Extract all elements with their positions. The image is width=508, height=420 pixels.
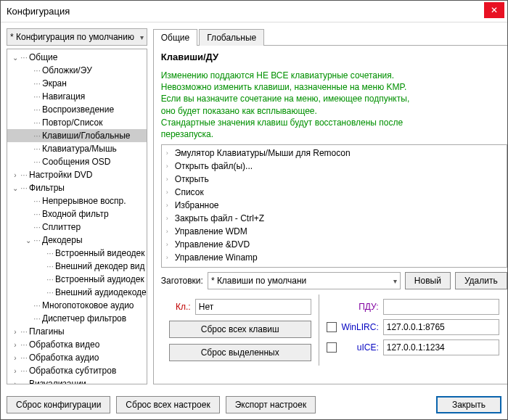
tree-item-label: Встроенный аудиодек	[55, 274, 144, 284]
tree-item[interactable]: ›···Плагины	[7, 325, 147, 338]
tree-item-label: Сплиттер	[42, 222, 81, 232]
tree-expand-icon[interactable]: ›	[10, 171, 20, 179]
pdu-label: ПДУ:	[341, 302, 379, 312]
tree-expand-icon[interactable]: ›	[10, 341, 20, 349]
tree-item-label: Фильтры	[29, 183, 65, 193]
uice-input[interactable]	[383, 339, 499, 355]
list-item-label: Эмулятор Клавиатуры/Мыши для Remocon	[175, 148, 351, 158]
tree-item-label: Внешний аудиодекоде	[55, 287, 147, 297]
config-preset-combo[interactable]: * Конфигурация по умолчанию ▾	[7, 28, 147, 46]
tree-item-label: Навигация	[42, 91, 85, 102]
list-item[interactable]: ›Открыть	[162, 173, 507, 186]
tree-item-label: Обложки/ЭУ	[42, 65, 92, 75]
list-item-label: Закрыть файл - Ctrl+Z	[175, 213, 264, 223]
list-item[interactable]: ›Эмулятор Клавиатуры/Мыши для Remocon	[162, 147, 507, 160]
action-list[interactable]: ›Эмулятор Клавиатуры/Мыши для Remocon›От…	[161, 144, 507, 268]
tree-item-label: Многопотоковое аудио	[42, 300, 134, 310]
tree-item[interactable]: ···Встроенный видеодек	[7, 247, 147, 260]
tree-item[interactable]: ···Сообщения OSD	[7, 155, 147, 168]
tree-item-label: Клавиши/Глобальные	[42, 131, 131, 141]
tree-item[interactable]: ···Воспроизведение	[7, 103, 147, 116]
tree-item-label: Воспроизведение	[42, 104, 114, 115]
close-button[interactable]: Закрыть	[436, 396, 501, 413]
list-item[interactable]: ›Закрыть файл - Ctrl+Z	[162, 212, 507, 225]
tree-item-label: Встроенный видеодек	[55, 248, 145, 258]
nav-tree[interactable]: ⌄···Общие···Обложки/ЭУ···Экран···Навигац…	[7, 49, 147, 384]
tree-collapse-icon[interactable]: ⌄	[10, 54, 20, 62]
tree-item[interactable]: ···Повтор/Список	[7, 116, 147, 129]
list-item[interactable]: ›Управление WDM	[162, 225, 507, 238]
list-item-label: Открыть файл(ы)...	[175, 161, 253, 171]
export-settings-button[interactable]: Экспорт настроек	[226, 396, 316, 413]
reset-selected-button[interactable]: Сброс выделенных	[169, 344, 311, 361]
reset-all-settings-button[interactable]: Сброс всех настроек	[116, 396, 219, 413]
tree-item[interactable]: ···Клавиши/Глобальные	[7, 129, 147, 142]
tree-expand-icon[interactable]: ›	[10, 380, 20, 385]
tab-global[interactable]: Глобальные	[199, 29, 264, 46]
list-item[interactable]: ›Список	[162, 186, 507, 199]
close-icon[interactable]: ✕	[484, 2, 504, 18]
tree-item[interactable]: ···Многопотоковое аудио	[7, 299, 147, 312]
tree-item[interactable]: ···Встроенный аудиодек	[7, 273, 147, 286]
winlirc-checkbox[interactable]	[327, 322, 337, 332]
list-item[interactable]: ›Избранное	[162, 199, 507, 212]
list-item[interactable]: ›Управление Winamp	[162, 251, 507, 264]
list-item-label: Открыть	[175, 174, 209, 184]
tree-item[interactable]: ⌄···Декодеры	[7, 234, 147, 247]
key-label: Кл.:	[169, 302, 191, 312]
tree-item[interactable]: ···Диспетчер фильтров	[7, 312, 147, 325]
tree-expand-icon[interactable]: ›	[10, 367, 20, 375]
tree-expand-icon[interactable]: ›	[10, 354, 20, 362]
tree-item[interactable]: ···Сплиттер	[7, 221, 147, 234]
list-item-label: Избранное	[175, 200, 219, 210]
tree-item[interactable]: ›···Обработка видео	[7, 338, 147, 351]
reset-all-keys-button[interactable]: Сброс всех клавиш	[169, 321, 311, 338]
tree-item[interactable]: ›···Обработка аудио	[7, 351, 147, 364]
tree-item[interactable]: ···Входной фильтр	[7, 207, 147, 221]
list-item[interactable]: ›Управление &DVD	[162, 238, 507, 251]
reset-config-button[interactable]: Сброс конфигурации	[7, 396, 110, 413]
tree-collapse-icon[interactable]: ⌄	[23, 236, 33, 244]
tree-item-label: Декодеры	[42, 235, 83, 245]
tree-item-label: Настройки DVD	[29, 170, 93, 180]
config-preset-value: * Конфигурация по умолчанию	[10, 32, 134, 42]
tree-item[interactable]: ···Непрерывное воспр.	[7, 194, 147, 207]
tree-item[interactable]: ···Клавиатура/Мышь	[7, 142, 147, 155]
tree-expand-icon[interactable]: ›	[10, 328, 20, 336]
tree-item[interactable]: ···Обложки/ЭУ	[7, 64, 147, 77]
tree-item[interactable]: ⌄···Фильтры	[7, 181, 147, 194]
preset-label: Заготовки:	[161, 276, 203, 286]
tree-item[interactable]: ⌄···Общие	[7, 51, 147, 64]
tree-item[interactable]: ···Внешний декодер вид	[7, 260, 147, 273]
pdu-input[interactable]	[383, 299, 499, 315]
chevron-right-icon: ›	[166, 149, 175, 157]
preset-combo[interactable]: * Клавиши по умолчани ▾	[208, 272, 401, 289]
config-window: Конфигурация ✕ * Конфигурация по умолчан…	[0, 0, 508, 420]
chevron-right-icon: ›	[166, 241, 175, 248]
tree-item[interactable]: ···Навигация	[7, 90, 147, 103]
list-item-label: Управление &DVD	[175, 239, 250, 250]
key-remote-section: Кл.: Сброс всех клавиш Сброс выделенных …	[161, 294, 507, 366]
tree-item-label: Внешний декодер вид	[55, 261, 145, 271]
winlirc-input[interactable]	[383, 319, 499, 335]
tree-item-label: Обработка видео	[29, 339, 99, 350]
panel-info: Изменению поддаются НЕ ВСЕ клавиатурные …	[161, 70, 507, 140]
chevron-right-icon: ›	[166, 254, 175, 261]
tree-item[interactable]: ···Внешний аудиодекоде	[7, 286, 147, 299]
tree-item[interactable]: ···Экран	[7, 77, 147, 90]
uice-checkbox[interactable]	[327, 342, 337, 353]
chevron-down-icon: ▾	[140, 33, 144, 41]
key-input[interactable]	[195, 299, 311, 315]
tree-item-label: Плагины	[29, 326, 65, 337]
tree-item[interactable]: ›···Обработка субтитров	[7, 364, 147, 377]
tree-item-label: Визуализации	[29, 379, 86, 384]
new-button[interactable]: Новый	[405, 272, 451, 289]
tree-collapse-icon[interactable]: ⌄	[10, 184, 20, 192]
tab-general[interactable]: Общие	[153, 29, 197, 46]
tree-item-label: Обработка аудио	[29, 353, 99, 363]
delete-button[interactable]: Удалить	[455, 272, 507, 289]
tree-item[interactable]: ›···Визуализации	[7, 377, 147, 384]
footer: Сброс конфигурации Сброс всех настроек Э…	[1, 390, 507, 419]
list-item[interactable]: ›Открыть файл(ы)...	[162, 160, 507, 173]
tree-item[interactable]: ›···Настройки DVD	[7, 168, 147, 181]
